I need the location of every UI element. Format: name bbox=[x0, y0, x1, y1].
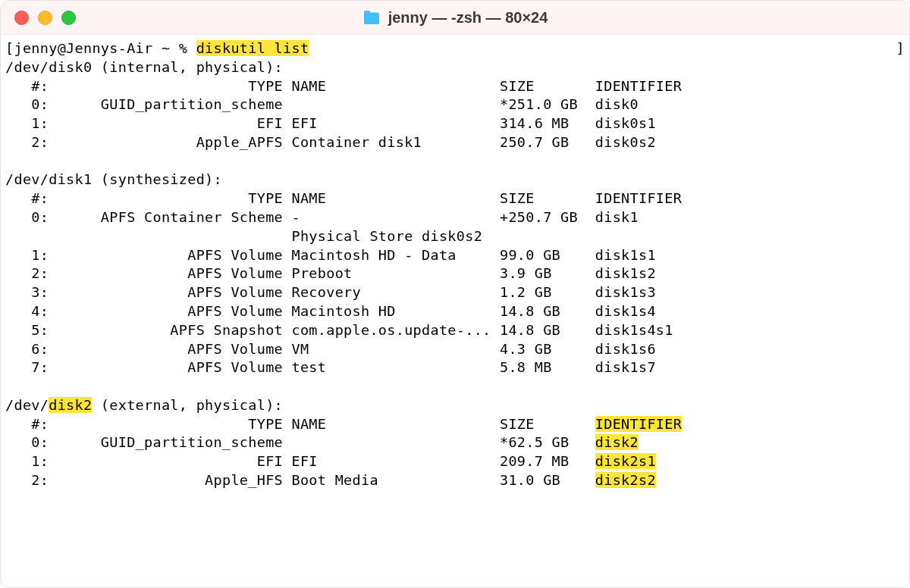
minimize-button[interactable] bbox=[38, 11, 52, 25]
disk-row: 0: GUID_partition_scheme *251.0 GB disk0 bbox=[5, 95, 905, 114]
title-center: jenny — -zsh — 80×24 bbox=[1, 9, 909, 27]
bracket-right: ] bbox=[896, 39, 905, 58]
disk-row: 3: APFS Volume Recovery 1.2 GB disk1s3 bbox=[5, 283, 905, 302]
disk-row: Physical Store disk0s2 bbox=[5, 227, 905, 246]
window-title: jenny — -zsh — 80×24 bbox=[388, 9, 548, 27]
identifier-hl: disk2s1 bbox=[595, 453, 656, 469]
terminal-body[interactable]: [jenny@Jennys-Air ~ % diskutil list]/dev… bbox=[1, 35, 909, 587]
disk-row: 5: APFS Snapshot com.apple.os.update-...… bbox=[5, 321, 905, 340]
identifier-hl: disk2 bbox=[595, 434, 639, 450]
disk-row: 0: GUID_partition_scheme *62.5 GB disk2 bbox=[5, 433, 905, 452]
column-header: #: TYPE NAME SIZE IDENTIFIER 0: GUID_par… bbox=[5, 77, 905, 490]
close-button[interactable] bbox=[14, 11, 29, 25]
blank-line bbox=[5, 377, 905, 396]
disk-header: /dev/disk0 (internal, physical): bbox=[5, 58, 905, 77]
column-header: #: TYPE NAME SIZE IDENTIFIER bbox=[5, 189, 905, 208]
terminal-window: jenny — -zsh — 80×24 [jenny@Jennys-Air ~… bbox=[0, 0, 910, 588]
column-header: #: TYPE NAME SIZE IDENTIFIER 0: APFS Con… bbox=[5, 189, 905, 490]
disk-device-hl: disk2 bbox=[49, 397, 92, 413]
disk-row: 1: EFI EFI 314.6 MB disk0s1 bbox=[5, 114, 905, 133]
identifier-hl: disk2s2 bbox=[595, 472, 656, 488]
maximize-button[interactable] bbox=[61, 11, 76, 25]
traffic-lights bbox=[14, 11, 76, 25]
disk-row: 2: APFS Volume Preboot 3.9 GB disk1s2 bbox=[5, 264, 905, 283]
disk-header: /dev/disk1 (synthesized): bbox=[5, 170, 905, 189]
blank-line bbox=[5, 152, 905, 171]
disk-row: 1: APFS Volume Macintosh HD - Data 99.0 … bbox=[5, 246, 905, 265]
disk-row: 2: Apple_APFS Container disk1 250.7 GB d… bbox=[5, 133, 905, 152]
command-text: diskutil list bbox=[196, 40, 309, 56]
col-identifier: IDENTIFIER bbox=[595, 416, 682, 432]
disk-row: 7: APFS Volume test 5.8 MB disk1s7 bbox=[5, 358, 905, 377]
disk-row: 1: EFI EFI 209.7 MB disk2s1 bbox=[5, 452, 905, 471]
column-header: #: TYPE NAME SIZE IDENTIFIER bbox=[5, 415, 905, 434]
disk-row: 2: Apple_HFS Boot Media 31.0 GB disk2s2 bbox=[5, 471, 905, 490]
disk-row: 6: APFS Volume VM 4.3 GB disk1s6 bbox=[5, 340, 905, 359]
prompt-text: jenny@Jennys-Air ~ % bbox=[14, 40, 196, 56]
titlebar: jenny — -zsh — 80×24 bbox=[1, 1, 909, 35]
disk-header: /dev/disk2 (external, physical): bbox=[5, 396, 905, 415]
disk-row: 0: APFS Container Scheme - +250.7 GB dis… bbox=[5, 208, 905, 227]
prompt-line: [jenny@Jennys-Air ~ % diskutil list] bbox=[5, 39, 905, 58]
column-header: #: TYPE NAME SIZE IDENTIFIER 0: GUID_par… bbox=[5, 415, 905, 490]
column-header: #: TYPE NAME SIZE IDENTIFIER bbox=[5, 77, 905, 96]
folder-icon bbox=[362, 10, 381, 25]
disk-row: 4: APFS Volume Macintosh HD 14.8 GB disk… bbox=[5, 302, 905, 321]
bracket-left: [ bbox=[5, 39, 14, 58]
